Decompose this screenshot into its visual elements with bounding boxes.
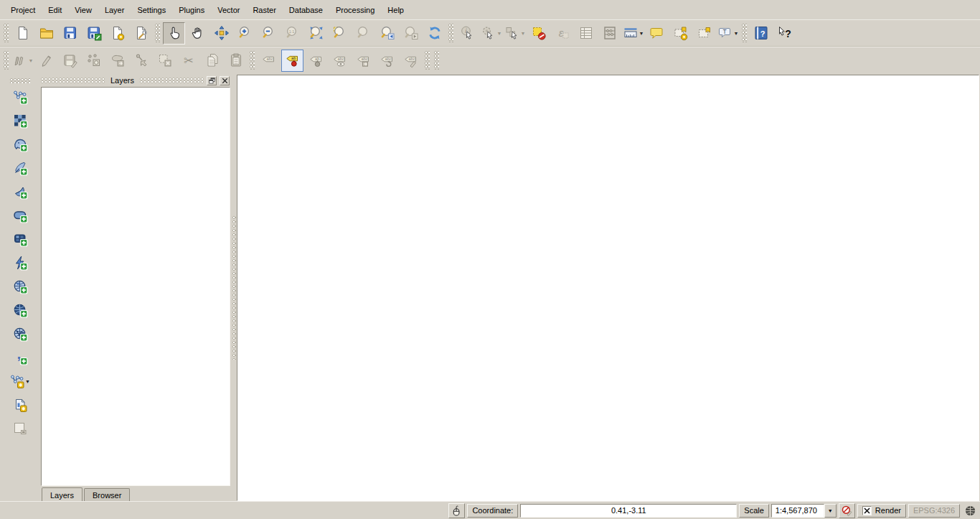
new-print-composer-button[interactable] — [106, 22, 128, 45]
toolbar-handle[interactable] — [742, 24, 747, 42]
stop-render-icon — [841, 505, 853, 517]
map-tips-button[interactable] — [646, 22, 668, 45]
pan-map-button[interactable] — [187, 22, 209, 45]
label-highlight-icon: ab — [285, 52, 301, 68]
touch-icon — [166, 25, 182, 41]
composer-manager-button[interactable] — [130, 22, 152, 45]
render-checkbox[interactable] — [862, 506, 872, 515]
refresh-map-button[interactable] — [423, 22, 446, 45]
measure-line-button[interactable]: ▼ — [622, 22, 644, 45]
zoom-last-button[interactable] — [376, 22, 398, 45]
svg-text:?: ? — [760, 29, 765, 38]
coordinate-input[interactable] — [520, 504, 737, 518]
delete-selected-button — [154, 50, 176, 72]
toolbar-handle[interactable] — [434, 51, 439, 70]
menu-processing[interactable]: Processing — [329, 2, 381, 18]
label-pin-icon: ab — [308, 52, 324, 68]
add-feature-icon — [86, 52, 102, 68]
new-shapefile-icon — [9, 373, 25, 389]
layers-tree[interactable] — [41, 87, 230, 486]
svg-text:ab: ab — [314, 57, 319, 61]
toolbar-handle[interactable] — [250, 51, 255, 70]
add-oracle-georaster-layer-button[interactable] — [8, 228, 32, 250]
deselect-features-button[interactable] — [527, 22, 550, 45]
scale-dropdown-button[interactable]: ▼ — [824, 504, 837, 518]
add-raster-layer-button[interactable] — [8, 110, 32, 131]
menu-project[interactable]: Project — [4, 2, 42, 18]
svg-text:abc: abc — [337, 57, 344, 61]
chevron-down-icon[interactable]: ▼ — [29, 58, 34, 63]
menu-layer[interactable]: Layer — [98, 2, 131, 18]
toolbar-handle[interactable] — [4, 51, 9, 70]
chevron-down-icon[interactable]: ▼ — [25, 379, 30, 384]
select-features-button: ▼ — [504, 22, 526, 45]
touch-zoom-and-pan-button[interactable] — [163, 22, 185, 45]
highlight-pinned-labels-button[interactable]: ab — [281, 50, 303, 72]
zoom-in-button[interactable] — [234, 22, 256, 45]
toolbar-handle[interactable] — [4, 24, 9, 42]
menu-help[interactable]: Help — [381, 2, 410, 18]
cut-icon: ✂ — [181, 52, 197, 68]
help-contents-button[interactable]: ? — [750, 22, 772, 45]
add-oracle-layer-button[interactable] — [8, 205, 32, 226]
crs-status-button[interactable] — [962, 503, 978, 518]
save-project-as-button[interactable] — [83, 22, 105, 45]
toolbar-handle[interactable] — [10, 78, 30, 83]
bookmark-show-icon — [697, 25, 712, 41]
add-spatialite-layer-button[interactable] — [8, 157, 32, 179]
mouse-position-toggle-button[interactable] — [448, 503, 465, 518]
add-wcs-layer-button[interactable] — [8, 299, 32, 321]
toolbar-handle[interactable] — [155, 24, 160, 42]
remove-layer-button — [8, 418, 32, 439]
tab-browser[interactable]: Browser — [84, 488, 130, 501]
add-vector-layer-button[interactable] — [8, 86, 32, 108]
map-canvas[interactable] — [237, 75, 979, 501]
chevron-down-icon[interactable]: ▼ — [734, 31, 739, 36]
new-geopackage-layer-button[interactable] — [8, 394, 32, 416]
close-panel-button[interactable] — [220, 76, 230, 85]
chevron-down-icon[interactable]: ▼ — [639, 31, 644, 36]
zoom-full-button[interactable] — [305, 22, 327, 45]
new-bookmark-button[interactable] — [669, 22, 692, 45]
menu-edit[interactable]: Edit — [42, 2, 68, 18]
text-annotation-button[interactable]: T▼ — [717, 22, 739, 45]
add-wms-layer-button[interactable] — [8, 276, 32, 297]
bookmark-new-icon — [673, 25, 689, 41]
float-panel-button[interactable] — [207, 76, 217, 85]
menu-database[interactable]: Database — [283, 2, 329, 18]
new-project-button[interactable] — [11, 22, 34, 45]
open-project-button[interactable] — [35, 22, 57, 45]
menu-view[interactable]: View — [68, 2, 98, 18]
new-shapefile-layer-button[interactable]: ▼ — [8, 370, 32, 392]
toolbar-handle[interactable] — [425, 51, 430, 70]
label-rotate-icon: abc — [380, 52, 395, 68]
tab-layers[interactable]: Layers — [42, 487, 83, 501]
scale-input[interactable] — [771, 504, 824, 518]
menu-vector[interactable]: Vector — [211, 2, 246, 18]
show-hide-labels-button: abc — [329, 50, 351, 72]
labeling-options-button: abc — [258, 50, 280, 72]
add-delimited-text-layer-button[interactable]: , — [8, 347, 32, 368]
show-bookmarks-button[interactable] — [693, 22, 715, 45]
zoom-to-selection-button[interactable] — [329, 22, 351, 45]
svg-text:abc: abc — [361, 57, 367, 61]
menu-settings[interactable]: Settings — [131, 2, 172, 18]
whats-this-button[interactable]: ? — [773, 22, 796, 45]
pan-to-selection-button[interactable] — [210, 22, 232, 45]
toolbar-handle[interactable] — [448, 24, 453, 42]
panel-splitter[interactable] — [232, 74, 237, 501]
menu-plugins[interactable]: Plugins — [172, 2, 211, 18]
add-postgis-layer-button[interactable] — [8, 134, 32, 155]
add-wfs-layer-button[interactable] — [8, 323, 32, 345]
add-delimited-text-layer-icon: , — [12, 350, 28, 365]
maptips-icon — [649, 25, 665, 41]
stop-render-button[interactable] — [839, 503, 855, 518]
save-project-button[interactable] — [59, 22, 81, 45]
menu-raster[interactable]: Raster — [246, 2, 282, 18]
svg-text:T: T — [722, 28, 726, 35]
chevron-down-icon[interactable]: ▼ — [497, 31, 502, 36]
zoom-out-button[interactable] — [258, 22, 280, 45]
add-mssql-layer-button[interactable] — [8, 181, 32, 202]
chevron-down-icon[interactable]: ▼ — [521, 31, 526, 36]
add-arcgis-layer-button[interactable] — [8, 252, 32, 273]
